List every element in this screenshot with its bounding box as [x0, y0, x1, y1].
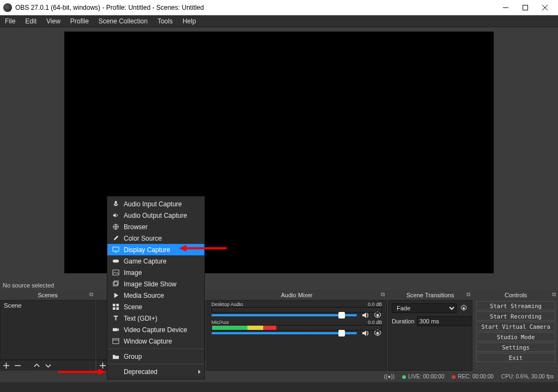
svg-rect-18 [112, 270, 118, 275]
undock-icon[interactable]: ⧉ [552, 291, 556, 298]
add-source-menu: Audio Input Capture Audio Output Capture… [107, 196, 205, 379]
window-icon [112, 338, 119, 345]
undock-icon[interactable]: ⧉ [89, 291, 93, 298]
svg-rect-16 [112, 247, 118, 251]
camera-icon [112, 326, 119, 334]
menu-help[interactable]: Help [178, 15, 201, 27]
menu-color-source[interactable]: Color Source [107, 232, 204, 244]
menu-scene-collection[interactable]: Scene Collection [94, 15, 153, 27]
maximize-button[interactable] [515, 0, 535, 15]
menu-tools[interactable]: Tools [153, 15, 178, 27]
studio-mode-button[interactable]: Studio Mode [476, 332, 555, 341]
menu-file[interactable]: File [0, 15, 20, 27]
svg-rect-19 [113, 282, 117, 286]
start-virtual-camera-button[interactable]: Start Virtual Camera [476, 322, 555, 331]
mixer-track-desktop: Desktop Audio0.0 dB [207, 301, 386, 318]
mixer-track-mic: Mic/Aux0.0 dB [207, 318, 386, 336]
audio-mixer-panel: Audio Mixer⧉ Desktop Audio0.0 dB Mic/Aux… [207, 290, 387, 371]
scene-remove-button[interactable] [14, 362, 22, 370]
transition-select[interactable]: Fade [392, 303, 457, 313]
mixer-title: Audio Mixer [281, 292, 312, 298]
track-db: 0.0 dB [368, 302, 382, 307]
svg-marker-31 [98, 369, 106, 375]
obs-logo-icon [3, 3, 12, 12]
menu-group[interactable]: Group [107, 351, 204, 362]
svg-point-12 [377, 332, 379, 334]
preview-area [0, 27, 558, 280]
scene-icon [112, 303, 119, 311]
brush-icon [112, 235, 119, 242]
text-icon [112, 315, 119, 322]
menu-browser[interactable]: Browser [107, 221, 204, 232]
undock-icon[interactable]: ⧉ [381, 291, 385, 298]
duration-input[interactable] [417, 316, 472, 326]
volume-slider[interactable] [211, 314, 357, 316]
undock-icon[interactable]: ⧉ [466, 291, 470, 298]
svg-rect-17 [112, 260, 118, 263]
speaker-icon [112, 212, 119, 219]
gamepad-icon [112, 258, 119, 265]
menu-video-capture-device[interactable]: Video Capture Device [107, 324, 204, 335]
level-meter [211, 307, 382, 313]
menu-image[interactable]: Image [107, 267, 204, 278]
globe-icon [112, 223, 119, 231]
menu-edit[interactable]: Edit [20, 15, 41, 27]
svg-rect-23 [112, 307, 115, 310]
duration-label: Duration [392, 318, 415, 324]
menu-media-source[interactable]: Media Source [107, 290, 204, 301]
no-source-label: No source selected [0, 280, 558, 290]
monitor-icon [112, 246, 119, 254]
scenes-title: Scenes [38, 292, 58, 298]
svg-point-11 [377, 314, 379, 316]
controls-title: Controls [505, 292, 527, 298]
menu-audio-input-capture[interactable]: Audio Input Capture [107, 198, 204, 210]
status-live: LIVE: 00:00:00 [408, 373, 444, 379]
transitions-panel: Scene Transitions⧉ Fade Duration [388, 290, 472, 371]
start-streaming-button[interactable]: Start Streaming [476, 301, 555, 310]
annotation-arrow [57, 368, 106, 376]
mic-icon [112, 200, 119, 208]
status-rec: REC: 00:00:00 [458, 373, 494, 379]
close-button[interactable] [535, 0, 555, 15]
title-bar: OBS 27.0.1 (64-bit, windows) - Profile: … [0, 0, 558, 15]
start-recording-button[interactable]: Start Recording [476, 311, 555, 321]
menu-game-capture[interactable]: Game Capture [107, 255, 204, 267]
svg-rect-21 [112, 304, 115, 307]
menu-deprecated[interactable]: Deprecated [107, 366, 204, 377]
transition-settings-icon[interactable] [459, 303, 469, 313]
volume-slider[interactable] [211, 332, 357, 334]
svg-point-13 [463, 307, 465, 309]
slides-icon [112, 280, 119, 288]
scene-add-button[interactable] [2, 362, 10, 370]
folder-icon [112, 353, 119, 360]
menu-scene[interactable]: Scene [107, 301, 204, 313]
menu-image-slide-show[interactable]: Image Slide Show [107, 278, 204, 290]
play-icon [112, 292, 119, 299]
settings-button[interactable]: Settings [476, 342, 555, 352]
menu-bar: File Edit View Profile Scene Collection … [0, 15, 558, 27]
menu-window-capture[interactable]: Window Capture [107, 335, 204, 347]
svg-rect-22 [116, 304, 119, 307]
scenes-panel: Scenes⧉ Scene [0, 290, 95, 371]
minimize-button[interactable] [496, 0, 515, 15]
svg-rect-26 [112, 339, 118, 344]
menu-text-gdi[interactable]: Text (GDI+) [107, 313, 204, 324]
track-name: Mic/Aux [211, 320, 229, 325]
exit-button[interactable]: Exit [476, 353, 555, 362]
broadcast-icon: ((●)) [384, 373, 395, 379]
window-title: OBS 27.0.1 (64-bit, windows) - Profile: … [15, 4, 204, 11]
track-name: Desktop Audio [211, 302, 243, 307]
track-db: 0.0 dB [368, 320, 382, 325]
scene-move-down-button[interactable] [44, 362, 52, 370]
menu-audio-output-capture[interactable]: Audio Output Capture [107, 210, 204, 221]
menu-view[interactable]: View [41, 15, 65, 27]
level-meter [211, 325, 382, 330]
svg-marker-29 [179, 245, 186, 252]
menu-profile[interactable]: Profile [65, 15, 94, 27]
scene-item[interactable]: Scene [1, 301, 95, 310]
svg-rect-25 [112, 328, 117, 332]
svg-rect-24 [116, 307, 119, 310]
image-icon [112, 269, 119, 277]
transitions-title: Scene Transitions [407, 292, 454, 298]
scene-move-up-button[interactable] [33, 362, 41, 370]
